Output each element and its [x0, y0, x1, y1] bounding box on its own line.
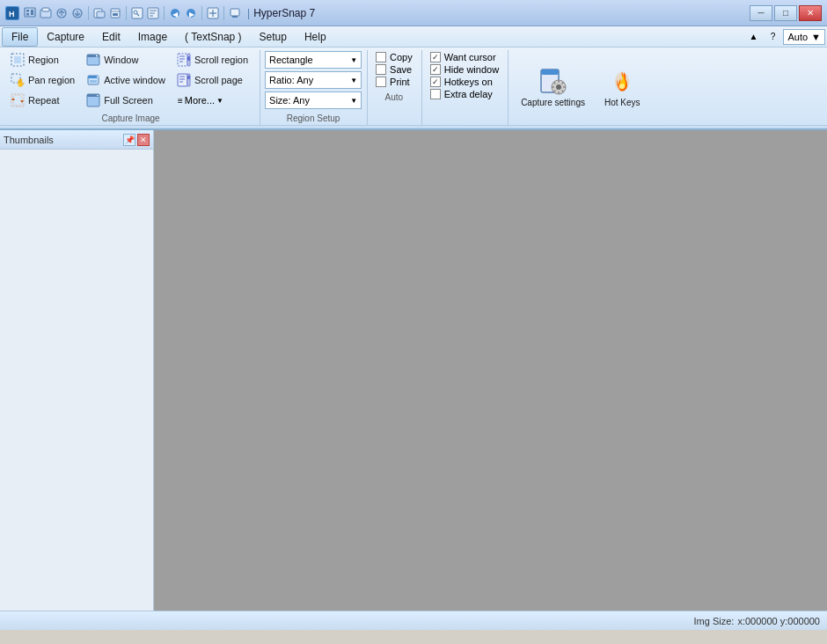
toolbar-icon-10[interactable]: ▶ — [184, 6, 198, 20]
hide-window-checkbox[interactable] — [430, 64, 441, 75]
toolbar-icon-8[interactable] — [146, 6, 160, 20]
active-window-button[interactable]: Active window — [83, 70, 172, 90]
size-dropdown[interactable]: Size: Any ▼ — [265, 91, 362, 109]
svg-rect-32 — [232, 16, 238, 18]
scroll-region-icon — [177, 53, 191, 67]
title-bar: H — [0, 0, 827, 26]
toolbar-icon-7[interactable] — [130, 6, 144, 20]
toolbar-icon-4[interactable] — [70, 6, 84, 20]
ribbon: Region ✋ Pan region — [0, 48, 827, 130]
hotkeys-on-checkbox[interactable] — [430, 77, 441, 87]
hot-keys-label: Hot Keys — [604, 98, 640, 107]
print-checkbox-row[interactable]: Print — [376, 77, 413, 87]
extra-delay-checkbox[interactable] — [430, 89, 441, 99]
toolbar-icon-9[interactable]: ◀ — [168, 6, 182, 20]
svg-rect-31 — [231, 9, 239, 16]
svg-rect-5 — [31, 10, 33, 15]
minimize-button[interactable]: ─ — [750, 5, 772, 21]
toolbar-icon-2[interactable] — [39, 6, 53, 20]
svg-text:◀: ◀ — [172, 11, 179, 18]
more-button[interactable]: ≡ More... ▼ — [173, 91, 254, 110]
region-setup-col: Rectangle ▼ Ratio: Any ▼ Size: Any ▼ — [265, 50, 362, 110]
close-button[interactable]: ✕ — [799, 5, 822, 21]
save-checkbox-row[interactable]: Save — [376, 64, 413, 75]
ribbon-group-capture-image: Region ✋ Pan region — [4, 50, 260, 125]
thumbnails-close-button[interactable]: ✕ — [137, 134, 150, 146]
want-cursor-label: Want cursor — [444, 52, 496, 62]
toolbar-icon-12[interactable] — [228, 6, 242, 20]
menu-bar: File Capture Edit Image ( TextSnap ) Set… — [0, 26, 827, 48]
menu-edit[interactable]: Edit — [93, 27, 129, 47]
repeat-button[interactable]: Repeat — [7, 91, 81, 110]
menu-help-btn[interactable]: ? — [764, 29, 781, 45]
toolbar-icon-3[interactable] — [55, 6, 69, 20]
shape-dropdown-arrow: ▼ — [350, 56, 357, 64]
menu-capture[interactable]: Capture — [38, 27, 93, 47]
scroll-region-button[interactable]: Scroll region — [173, 50, 254, 70]
region-button[interactable]: Region — [7, 50, 81, 70]
svg-text:▶: ▶ — [189, 11, 195, 18]
want-cursor-row[interactable]: Want cursor — [430, 52, 499, 62]
svg-rect-56 — [187, 76, 190, 79]
copy-checkbox-row[interactable]: Copy — [376, 52, 413, 62]
auto-label: Auto — [372, 91, 416, 104]
menu-help[interactable]: Help — [296, 27, 335, 47]
menu-setup[interactable]: Setup — [251, 27, 296, 47]
hide-window-row[interactable]: Hide window — [430, 64, 499, 75]
svg-rect-7 — [42, 8, 49, 11]
toolbar-icon-11[interactable] — [206, 6, 220, 20]
status-bar: Img Size: x:000000 y:000000 — [0, 611, 827, 630]
region-icon — [11, 53, 25, 67]
menu-up-btn[interactable]: ▲ — [744, 29, 762, 45]
svg-rect-16 — [113, 13, 118, 16]
toolbar-icon-5[interactable] — [92, 6, 106, 20]
pan-region-button[interactable]: ✋ Pan region — [7, 70, 81, 90]
toolbar-icon-6[interactable] — [108, 6, 122, 20]
scroll-page-icon — [177, 73, 191, 87]
capture-settings-button[interactable]: Capture settings — [513, 63, 593, 113]
ratio-dropdown[interactable]: Ratio: Any ▼ — [265, 71, 362, 89]
auto-dropdown[interactable]: Auto ▼ — [783, 29, 825, 45]
region-setup-content: Rectangle ▼ Ratio: Any ▼ Size: Any ▼ — [265, 50, 362, 110]
extra-delay-row[interactable]: Extra delay — [430, 89, 499, 99]
thumbnails-title: Thumbnails — [4, 135, 54, 145]
hotkeys-on-label: Hotkeys on — [444, 77, 493, 87]
menu-file[interactable]: File — [2, 27, 38, 47]
maximize-button[interactable]: □ — [774, 5, 797, 21]
svg-point-47 — [97, 95, 99, 97]
copy-checkbox[interactable] — [376, 52, 386, 62]
menu-image[interactable]: Image — [129, 27, 176, 47]
extra-delay-label: Extra delay — [444, 89, 493, 99]
window-icon — [86, 53, 100, 67]
window-button[interactable]: Window — [83, 50, 172, 70]
capture-image-label: Capture Image — [7, 112, 254, 125]
full-screen-icon — [86, 93, 100, 107]
svg-rect-54 — [178, 74, 187, 86]
ribbon-group-options: Want cursor Hide window Hotkeys on Extra… — [423, 50, 509, 125]
svg-text:H: H — [9, 10, 15, 18]
options-checkboxes: Want cursor Hide window Hotkeys on Extra… — [427, 50, 502, 101]
thumbnails-content — [0, 150, 153, 611]
toolbar-icon-1[interactable] — [23, 6, 37, 20]
full-screen-button[interactable]: Full Screen — [83, 91, 172, 110]
hotkeys-on-row[interactable]: Hotkeys on — [430, 77, 499, 87]
ribbon-group-tools: Capture settings — [509, 50, 653, 125]
save-checkbox[interactable] — [376, 64, 386, 75]
print-checkbox[interactable] — [376, 77, 386, 87]
save-label: Save — [390, 64, 412, 75]
svg-rect-4 — [26, 13, 29, 16]
thumbnails-pin-button[interactable]: 📌 — [123, 134, 135, 146]
capture-col-2: Window Active window — [83, 50, 172, 110]
copy-label: Copy — [390, 52, 413, 62]
want-cursor-checkbox[interactable] — [430, 52, 441, 62]
hot-keys-button[interactable]: Hot Keys — [596, 63, 648, 112]
ribbon-group-auto: Copy Save Print Auto — [369, 50, 422, 125]
thumbnails-panel: Thumbnails 📌 ✕ — [0, 130, 154, 611]
shape-dropdown[interactable]: Rectangle ▼ — [265, 51, 362, 69]
main-container: Thumbnails 📌 ✕ — [0, 130, 827, 611]
thumbnails-header: Thumbnails 📌 ✕ — [0, 130, 153, 150]
svg-point-63 — [556, 84, 561, 90]
svg-point-43 — [97, 77, 99, 78]
menu-textsnap[interactable]: ( TextSnap ) — [176, 27, 250, 47]
scroll-page-button[interactable]: Scroll page — [173, 70, 254, 90]
